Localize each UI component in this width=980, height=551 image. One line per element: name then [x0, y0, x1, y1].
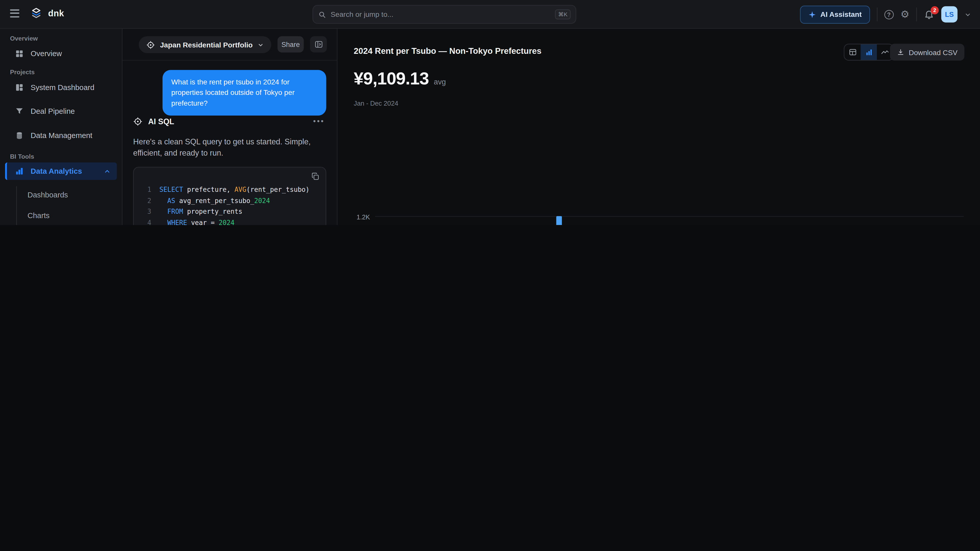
help-icon: ? — [884, 10, 894, 19]
copy-code-button[interactable] — [311, 172, 320, 181]
user-avatar[interactable]: LS — [941, 6, 958, 22]
sidebar-item-data-management[interactable]: Data Management — [5, 127, 117, 144]
chevron-up-icon — [104, 168, 111, 175]
funnel-icon — [14, 107, 24, 116]
sparkle-icon — [808, 10, 816, 18]
panel-header: Japan Residential Portfolio Share — [123, 29, 337, 61]
chart-view-toggle — [844, 44, 894, 60]
bar-osaka[interactable] — [556, 216, 562, 225]
top-bar: dnk ⌘K AI Assistant ? ⚙ — [0, 0, 980, 29]
dashboard-icon — [14, 83, 24, 92]
sidebar-subitem-charts[interactable]: Charts — [21, 207, 116, 224]
sidebar-item-data-analytics[interactable]: Data Analytics — [5, 162, 117, 180]
bar-chart-icon — [14, 167, 24, 176]
sql-code-block: 1SELECT prefecture, AVG(rent_per_tsubo)2… — [133, 167, 326, 225]
chart-title: 2024 Rent per Tsubo — Non-Tokyo Prefectu… — [354, 46, 541, 56]
dial-icon — [146, 40, 155, 49]
share-button[interactable]: Share — [277, 36, 304, 52]
ai-chat-panel: Japan Residential Portfolio Share What i… — [123, 29, 337, 225]
search-input[interactable] — [331, 11, 555, 18]
search-icon — [318, 10, 326, 18]
sql-line: 4 WHERE year = 2024 — [134, 218, 326, 225]
sql-line: 3 FROM property_rents — [134, 206, 326, 218]
divider — [877, 7, 877, 21]
download-icon — [897, 48, 904, 56]
logo-layers-icon — [30, 7, 43, 19]
divider — [916, 7, 917, 21]
hamburger-menu-icon[interactable] — [10, 10, 19, 19]
table-view-button[interactable] — [845, 44, 861, 60]
bar-chart-plot — [375, 217, 964, 225]
section-label-overview: Overview — [10, 35, 38, 42]
ai-assistant-button[interactable]: AI Assistant — [800, 5, 870, 24]
bar-view-button[interactable] — [861, 44, 877, 60]
y-axis-labels: 0300M600M900M1.2K — [337, 217, 370, 225]
search-shortcut-badge: ⌘K — [555, 10, 571, 19]
app-title: dnk — [48, 8, 64, 18]
sidebar-item-system-dashboard[interactable]: System Dashboard — [5, 79, 117, 97]
database-icon — [14, 131, 24, 140]
section-label-projects: Projects — [10, 68, 35, 76]
global-search[interactable]: ⌘K — [312, 5, 576, 24]
panel-collapse-button[interactable] — [310, 36, 327, 52]
grid-icon — [14, 49, 24, 58]
help-button[interactable]: ? — [884, 10, 894, 19]
chevron-down-icon[interactable] — [964, 11, 971, 18]
gridline — [375, 216, 964, 217]
brand[interactable]: dnk — [30, 7, 64, 19]
kpi-period: Jan - Dec 2024 — [354, 99, 398, 106]
section-label-bi-tools: BI Tools — [10, 153, 34, 160]
chart-main-area: 2024 Rent per Tsubo — Non-Tokyo Prefectu… — [337, 29, 980, 225]
sql-line: 2 AS avg_rent_per_tsubo_2024 — [134, 195, 326, 206]
subtree-connector — [16, 186, 17, 225]
assistant-name: AI SQL — [148, 117, 174, 126]
gear-icon: ⚙ — [900, 9, 909, 19]
settings-button[interactable]: ⚙ — [900, 10, 909, 19]
ai-sql-icon — [133, 117, 143, 126]
portfolio-selector[interactable]: Japan Residential Portfolio — [139, 36, 272, 53]
kpi-suffix: avg — [434, 78, 446, 86]
notification-count-badge: 2 — [931, 6, 939, 14]
sql-line: 1SELECT prefecture, AVG(rent_per_tsubo) — [134, 184, 326, 195]
sidebar-item-overview[interactable]: Overview — [5, 45, 117, 62]
y-tick-label: 1.2K — [356, 213, 370, 221]
chevron-down-icon — [258, 41, 264, 48]
assistant-intro-text: Here's a clean SQL query to get us start… — [133, 136, 328, 159]
kpi-value: ¥9,109.13 — [354, 68, 429, 89]
app-window: dnk ⌘K AI Assistant ? ⚙ — [0, 0, 980, 225]
notifications-button[interactable]: 2 — [924, 9, 935, 20]
download-csv-button[interactable]: Download CSV — [890, 44, 964, 60]
sidebar: Overview Overview Projects System Dashbo… — [0, 29, 123, 225]
sql-code: 1SELECT prefecture, AVG(rent_per_tsubo)2… — [134, 184, 326, 225]
message-menu-button[interactable]: ••• — [313, 117, 325, 125]
sidebar-item-deal-pipeline[interactable]: Deal Pipeline — [5, 103, 117, 120]
user-question-bubble: What is the rent per tsubo in 2024 for p… — [162, 70, 326, 116]
sidebar-subitem-dashboards[interactable]: Dashboards — [21, 187, 116, 203]
